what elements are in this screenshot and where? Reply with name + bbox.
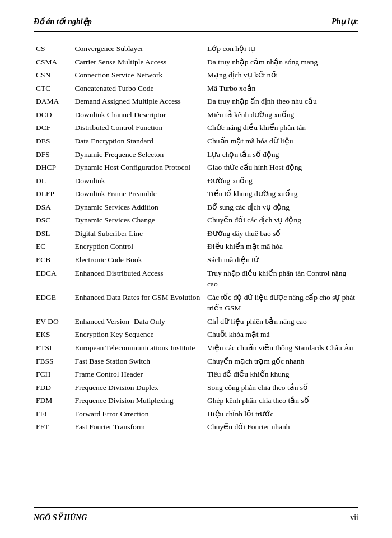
full-name-cell: Frequence Division Mutiplexing bbox=[72, 394, 205, 407]
full-name-cell: Connection Service Network bbox=[72, 68, 205, 82]
table-row: DCDDownlink Channel DescriptorMiêu tả kê… bbox=[34, 108, 358, 122]
full-name-cell: Forward Error Crrection bbox=[72, 407, 205, 421]
full-name-cell: Dynamic Frequence Selecton bbox=[72, 148, 205, 161]
abbr-cell: DAMA bbox=[34, 95, 72, 108]
abbr-cell: DFS bbox=[34, 148, 72, 161]
vietnamese-cell: Đường dây thuê bao số bbox=[205, 227, 358, 240]
abbr-cell: FDM bbox=[34, 394, 72, 407]
vietnamese-cell: Chuyển đổi các dịch vụ động bbox=[205, 214, 358, 227]
table-row: DSCDynamic Services ChangeChuyển đổi các… bbox=[34, 214, 358, 227]
table-row: CTCConcatenated Turbo CodeMã Turbo xoắn bbox=[34, 82, 358, 95]
vietnamese-cell: Tiêu đề điều khiển khung bbox=[205, 368, 358, 381]
header-right: Phụ lục bbox=[332, 17, 358, 26]
full-name-cell: Electronic Code Book bbox=[72, 253, 205, 267]
vietnamese-cell: Bổ sung các dịch vụ động bbox=[205, 201, 358, 214]
abbr-cell: EDGE bbox=[34, 291, 72, 315]
abbr-cell: EDCA bbox=[34, 267, 72, 291]
abbr-cell: DCD bbox=[34, 108, 72, 122]
full-name-cell: Dynamic Host Configuration Protocol bbox=[72, 161, 205, 174]
abbr-cell: ECB bbox=[34, 253, 72, 267]
abbr-cell: EKS bbox=[34, 328, 72, 341]
table-row: EV-DOEnhanced Version- Data OnlyChỉ dữ l… bbox=[34, 315, 358, 328]
table-row: FDDFrequence Division DuplexSong công ph… bbox=[34, 381, 358, 395]
table-row: DAMADemand Assigned Multiple AccessĐa tr… bbox=[34, 95, 358, 108]
vietnamese-cell: Điều khiển mật mã hóa bbox=[205, 240, 358, 253]
table-row: DSADynamic Services AdditionBổ sung các … bbox=[34, 201, 358, 214]
full-name-cell: Enhanced Distributed Access bbox=[72, 267, 205, 291]
table-row: FFTFast Fourier TransformChuyển đổi Four… bbox=[34, 420, 358, 434]
vietnamese-cell: Giao thức cấu hình Host động bbox=[205, 161, 358, 174]
full-name-cell: Fast Fourier Transform bbox=[72, 420, 205, 434]
header-left: Đồ án tốt nghiệp bbox=[34, 17, 92, 26]
table-row: FECForward Error CrrectionHiệu chỉnh lỗi… bbox=[34, 407, 358, 421]
table-row: DLDownlinkĐường xuống bbox=[34, 174, 358, 188]
full-name-cell: Encryption Control bbox=[72, 240, 205, 253]
table-row: DCFDistributed Control FunctionChức năng… bbox=[34, 121, 358, 134]
abbr-cell: DSL bbox=[34, 227, 72, 240]
page-header: Đồ án tốt nghiệp Phụ lục bbox=[34, 17, 358, 32]
abbr-cell: EC bbox=[34, 240, 72, 253]
vietnamese-cell: Chuyển mạch trạm gốc nhanh bbox=[205, 355, 358, 368]
abbr-cell: CS bbox=[34, 42, 72, 55]
table-row: CSMACarrier Sense Multiple AccessĐa truy… bbox=[34, 55, 358, 69]
full-name-cell: Downlink bbox=[72, 174, 205, 188]
full-name-cell: Downlink Channel Descriptor bbox=[72, 108, 205, 122]
vietnamese-cell: Miêu tả kênh đường xuống bbox=[205, 108, 358, 122]
vietnamese-cell: Hiệu chỉnh lỗi trước bbox=[205, 407, 358, 421]
abbr-cell: ETSI bbox=[34, 341, 72, 355]
full-name-cell: Concatenated Turbo Code bbox=[72, 82, 205, 95]
abbr-cell: DSA bbox=[34, 201, 72, 214]
full-name-cell: European Telecommunications Institute bbox=[72, 341, 205, 355]
abbr-cell: FFT bbox=[34, 420, 72, 434]
abbr-cell: CTC bbox=[34, 82, 72, 95]
vietnamese-cell: Mạng dịch vụ kết nối bbox=[205, 68, 358, 82]
table-row: ECBElectronic Code BookSách mã điện tử bbox=[34, 253, 358, 267]
vietnamese-cell: Chuẩn mật mã hóa dữ liệu bbox=[205, 134, 358, 148]
table-row: DSLDigital Subcriber LineĐường dây thuê … bbox=[34, 227, 358, 240]
abbr-cell: CSN bbox=[34, 68, 72, 82]
abbr-cell: DCF bbox=[34, 121, 72, 134]
table-row: ETSIEuropean Telecommunications Institut… bbox=[34, 341, 358, 355]
abbr-cell: EV-DO bbox=[34, 315, 72, 328]
page-footer: NGÔ SỸ HÙNG vii bbox=[34, 507, 358, 522]
full-name-cell: Dynamic Services Change bbox=[72, 214, 205, 227]
abbr-cell: FCH bbox=[34, 368, 72, 381]
vietnamese-cell: Song công phân chia theo tần số bbox=[205, 381, 358, 395]
vietnamese-cell: Chuyển đổi Fourier nhanh bbox=[205, 420, 358, 434]
vietnamese-cell: Lựa chọn tần số động bbox=[205, 148, 358, 161]
vietnamese-cell: Mã Turbo xoắn bbox=[205, 82, 358, 95]
abbr-cell: FDD bbox=[34, 381, 72, 395]
full-name-cell: Convergence Sublayer bbox=[72, 42, 205, 55]
table-row: ECEncryption ControlĐiều khiển mật mã hó… bbox=[34, 240, 358, 253]
vietnamese-cell: Chỉ dữ liệu-phiên bản nâng cao bbox=[205, 315, 358, 328]
table-row: DLFPDownlink Frame PreambleTiền tố khung… bbox=[34, 187, 358, 201]
full-name-cell: Enhanced Version- Data Only bbox=[72, 315, 205, 328]
footer-page-number: vii bbox=[350, 513, 358, 522]
full-name-cell: Frame Control Header bbox=[72, 368, 205, 381]
vietnamese-cell: Sách mã điện tử bbox=[205, 253, 358, 267]
table-row: FCHFrame Control HeaderTiêu đề điều khiể… bbox=[34, 368, 358, 381]
table-row: CSNConnection Service NetworkMạng dịch v… bbox=[34, 68, 358, 82]
full-name-cell: Downlink Frame Preamble bbox=[72, 187, 205, 201]
table-row: DHCPDynamic Host Configuration ProtocolG… bbox=[34, 161, 358, 174]
abbr-cell: DHCP bbox=[34, 161, 72, 174]
full-name-cell: Distributed Control Function bbox=[72, 121, 205, 134]
table-row: FBSSFast Base Station SwitchChuyển mạch … bbox=[34, 355, 358, 368]
abbreviation-table: CSConvergence SublayerLớp con hội tụCSMA… bbox=[34, 42, 358, 434]
table-row: DFSDynamic Frequence SelectonLựa chọn tầ… bbox=[34, 148, 358, 161]
table-row: FDMFrequence Division MutiplexingGhép kê… bbox=[34, 394, 358, 407]
abbr-cell: DSC bbox=[34, 214, 72, 227]
vietnamese-cell: Chức năng điều khiển phân tán bbox=[205, 121, 358, 134]
full-name-cell: Carrier Sense Multiple Access bbox=[72, 55, 205, 69]
full-name-cell: Digital Subcriber Line bbox=[72, 227, 205, 240]
full-name-cell: Dynamic Services Addition bbox=[72, 201, 205, 214]
abbr-cell: CSMA bbox=[34, 55, 72, 69]
full-name-cell: Encryption Key Sequence bbox=[72, 328, 205, 341]
abbr-cell: DES bbox=[34, 134, 72, 148]
full-name-cell: Frequence Division Duplex bbox=[72, 381, 205, 395]
vietnamese-cell: Các tốc độ dữ liệu được nâng cấp cho sự … bbox=[205, 291, 358, 315]
vietnamese-cell: Truy nhập điều khiển phân tán Control nâ… bbox=[205, 267, 358, 291]
full-name-cell: Enhanced Data Rates for GSM Evolution bbox=[72, 291, 205, 315]
table-row: EDGEEnhanced Data Rates for GSM Evolutio… bbox=[34, 291, 358, 315]
full-name-cell: Demand Assigned Multiple Access bbox=[72, 95, 205, 108]
